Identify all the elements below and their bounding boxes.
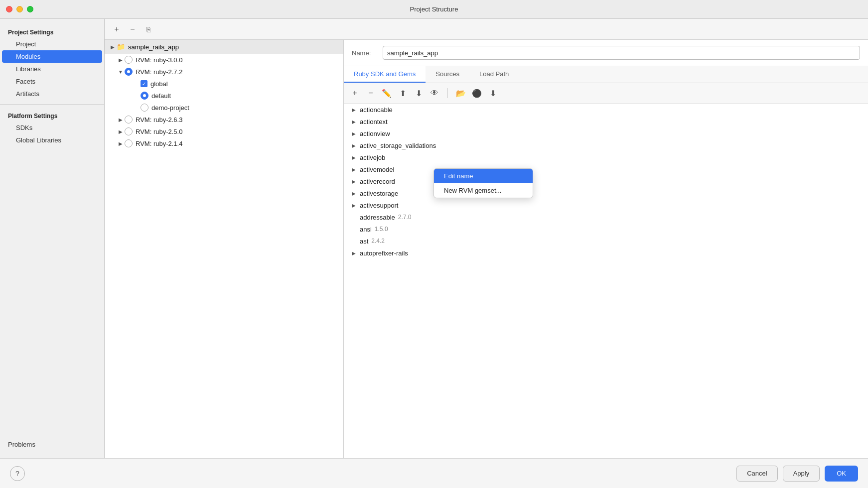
sidebar-item-modules[interactable]: Modules — [2, 50, 102, 63]
edit-dep-button[interactable]: ✏️ — [380, 86, 394, 100]
sidebar-item-libraries[interactable]: Libraries — [2, 63, 102, 75]
tree-item-rvm-214[interactable]: ▶ RVM: ruby-2.1.4 — [105, 137, 343, 149]
tree-item-rvm-250[interactable]: ▶ RVM: ruby-2.5.0 — [105, 125, 343, 137]
tab-ruby-sdk-gems[interactable]: Ruby SDK and Gems — [344, 66, 426, 83]
dep-version: 2.4.2 — [371, 238, 385, 244]
apply-button[interactable]: Apply — [783, 466, 820, 482]
tree-item-global[interactable]: ▶ ✓ global — [105, 78, 343, 90]
sidebar-item-label: Global Libraries — [16, 136, 61, 144]
copy-button[interactable]: ⎘ — [142, 22, 155, 36]
tree-item-rvm-300[interactable]: ▶ RVM: ruby-3.0.0 — [105, 54, 343, 66]
tree-item-label: RVM: ruby-2.6.3 — [136, 116, 182, 123]
chevron-right-icon: ▶ — [350, 129, 358, 137]
chevron-right-icon: ▶ — [350, 201, 358, 209]
list-item[interactable]: ▶ ansi 1.5.0 — [344, 223, 868, 235]
tree-panel: ▶ 📁 sample_rails_app ▶ RVM: ruby-3.0.0 ▼… — [105, 40, 344, 458]
tree-item-label: RVM: ruby-3.0.0 — [136, 56, 182, 64]
dep-label: addressable — [360, 214, 395, 221]
radio-empty — [125, 127, 133, 135]
dep-label: activesupport — [360, 202, 398, 209]
dep-label: activerecord — [360, 178, 395, 185]
tab-sources[interactable]: Sources — [426, 66, 469, 83]
title-bar: Project Structure — [0, 0, 868, 19]
name-input[interactable] — [383, 46, 860, 60]
toolbar-separator — [447, 88, 448, 98]
add-dep-button[interactable]: + — [348, 86, 362, 100]
chevron-right-icon: ▶ — [350, 165, 358, 173]
folder-open-button[interactable]: 📂 — [454, 86, 468, 100]
tree-item-label: RVM: ruby-2.7.2 — [136, 68, 182, 76]
tree-item-rvm-272[interactable]: ▼ RVM: ruby-2.7.2 — [105, 66, 343, 78]
help-button[interactable]: ? — [10, 466, 25, 481]
list-item[interactable]: ▶ activejob — [344, 151, 868, 163]
list-item[interactable]: ▶ actioncable — [344, 104, 868, 116]
chevron-right-icon: ▶ — [350, 189, 358, 197]
dep-label: actioncable — [360, 106, 393, 114]
close-button[interactable] — [6, 6, 12, 12]
tree-root-item[interactable]: ▶ 📁 sample_rails_app — [105, 40, 343, 54]
dep-label: ast — [360, 238, 368, 245]
list-item[interactable]: ▶ activesupport — [344, 199, 868, 211]
list-item[interactable]: ▶ activerecord — [344, 175, 868, 187]
radio-checked — [125, 68, 133, 76]
list-item[interactable]: ▶ actionview — [344, 127, 868, 139]
tree-root-label: sample_rails_app — [128, 43, 179, 51]
content-area: + − ⎘ ▶ 📁 sample_rails_app ▶ RVM: ruby-3… — [105, 19, 868, 458]
platform-settings-label: Platform Settings — [0, 109, 104, 122]
tree-item-label: global — [150, 80, 168, 88]
circle-button[interactable]: ⚫ — [470, 86, 484, 100]
split-pane: ▶ 📁 sample_rails_app ▶ RVM: ruby-3.0.0 ▼… — [105, 40, 868, 458]
dep-label: active_storage_validations — [360, 142, 436, 149]
maximize-button[interactable] — [27, 6, 33, 12]
minimize-button[interactable] — [16, 6, 23, 12]
dep-label: activemodel — [360, 166, 394, 173]
list-item[interactable]: ▶ actiontext — [344, 116, 868, 127]
chevron-right-icon: ▶ — [350, 118, 358, 125]
context-menu-item-new-gemset[interactable]: New RVM gemset... — [434, 183, 533, 198]
project-settings-label: Project Settings — [0, 25, 104, 38]
sidebar-item-sdks[interactable]: SDKs — [2, 122, 102, 134]
chevron-right-icon: ▶ — [117, 127, 125, 135]
sidebar-item-artifacts[interactable]: Artifacts — [2, 88, 102, 100]
remove-button[interactable]: − — [126, 22, 140, 36]
sidebar-item-project[interactable]: Project — [2, 38, 102, 50]
download-button[interactable]: ⬇ — [486, 86, 500, 100]
sidebar-problems-label: Problems — [8, 441, 35, 448]
list-item[interactable]: ▶ ast 2.4.2 — [344, 235, 868, 247]
right-panel: Name: Ruby SDK and Gems Sources Load Pat… — [344, 40, 868, 458]
sidebar-item-global-libraries[interactable]: Global Libraries — [2, 134, 102, 146]
dep-label: activestorage — [360, 190, 398, 197]
eye-button[interactable]: 👁 — [428, 86, 441, 100]
chevron-right-icon: ▶ — [350, 177, 358, 185]
dep-list: ▶ actioncable ▶ actiontext ▶ actionview … — [344, 104, 868, 458]
checkbox-checked: ✓ — [141, 80, 147, 87]
chevron-right-icon: ▶ — [117, 56, 125, 64]
sidebar-item-facets[interactable]: Facets — [2, 75, 102, 88]
move-up-button[interactable]: ⬆ — [396, 86, 410, 100]
tree-item-label: default — [151, 92, 171, 100]
tree-item-rvm-263[interactable]: ▶ RVM: ruby-2.6.3 — [105, 114, 343, 125]
context-menu-item-edit-name[interactable]: Edit name — [434, 169, 533, 183]
dep-version: 1.5.0 — [375, 226, 388, 233]
list-item[interactable]: ▶ active_storage_validations — [344, 139, 868, 151]
remove-dep-button[interactable]: − — [364, 86, 378, 100]
list-item[interactable]: ▶ addressable 2.7.0 — [344, 211, 868, 223]
radio-empty — [125, 56, 133, 64]
bottom-bar: ? Cancel Apply OK — [0, 458, 868, 488]
list-item[interactable]: ▶ autoprefixer-rails — [344, 247, 868, 259]
add-button[interactable]: + — [110, 22, 124, 36]
move-down-button[interactable]: ⬇ — [412, 86, 426, 100]
list-item[interactable]: ▶ activestorage — [344, 187, 868, 199]
sidebar-item-problems[interactable]: Problems — [0, 437, 104, 452]
cancel-button[interactable]: Cancel — [736, 466, 777, 482]
ok-button[interactable]: OK — [825, 466, 858, 482]
sidebar-item-label: Project — [16, 40, 36, 48]
tree-toolbar: + − ⎘ — [105, 19, 868, 40]
chevron-down-icon: ▼ — [117, 68, 125, 76]
tree-item-demo-project[interactable]: ▶ demo-project — [105, 102, 343, 114]
sidebar-item-label: Libraries — [16, 65, 41, 73]
tab-load-path[interactable]: Load Path — [469, 66, 519, 83]
list-item[interactable]: ▶ activemodel — [344, 163, 868, 175]
traffic-lights — [6, 6, 33, 12]
tree-item-default[interactable]: ▶ default — [105, 90, 343, 102]
